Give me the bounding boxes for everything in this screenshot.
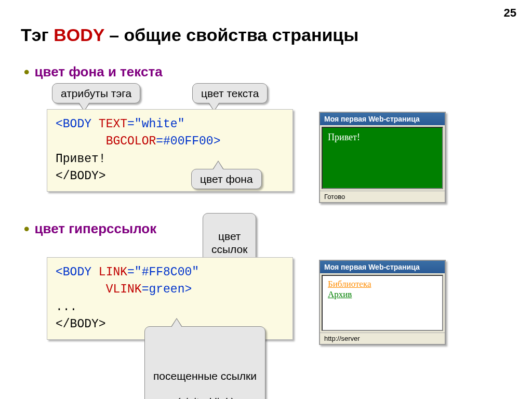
code2-link-attr: LINK	[99, 265, 127, 279]
code1-open: <BODY	[56, 117, 99, 131]
bullet-1-label: цвет фона и текста	[35, 64, 163, 79]
bullet-dot-icon: •	[24, 63, 30, 81]
code2-dots: ...	[56, 299, 284, 316]
bullet-hyperlinks: •цвет гиперссылок	[24, 220, 156, 238]
bullet-2-label: цвет гиперссылок	[35, 221, 157, 236]
browser-window-2: Моя первая Web-страница Библиотека Архив…	[319, 260, 446, 345]
callout-linkcolor-label: цвет ссылок	[211, 230, 247, 255]
callout-bgcolor-label: цвет фона	[200, 173, 253, 185]
bullet-dot-icon-2: •	[24, 220, 30, 237]
callout-textcolor-label: цвет текста	[201, 87, 259, 99]
code1-indent	[56, 135, 106, 148]
window-1-content: Привет!	[322, 127, 443, 189]
callout-visited-label: посещенные ссылки	[153, 370, 257, 382]
code1-bg-attr: BGCOLOR	[106, 135, 156, 148]
code1-text-val: ="white"	[127, 117, 184, 131]
title-pre: Тэг	[21, 25, 54, 45]
window-2-link-archive[interactable]: Архив	[328, 289, 352, 299]
code2-vlink-val: =green>	[142, 283, 192, 296]
callout-bgcolor: цвет фона	[191, 169, 262, 189]
window-2-content: Библиотека Архив	[322, 275, 443, 331]
browser-window-1: Моя первая Web-страница Привет! Готово	[319, 112, 446, 203]
window-2-link-library[interactable]: Библиотека	[328, 279, 371, 289]
slide-title: Тэг BODY – общие свойства страницы	[21, 25, 358, 45]
code2-indent	[56, 283, 106, 296]
window-1-status: Готово	[320, 191, 445, 202]
code2-link-val: ="#FF8C00"	[127, 265, 199, 279]
bullet-bg-text: •цвет фона и текста	[24, 63, 163, 81]
callout-textcolor: цвет текста	[192, 83, 268, 103]
title-keyword: BODY	[54, 25, 104, 45]
callout-visited-en: (visited link)	[176, 396, 234, 399]
window-1-titlebar: Моя первая Web-страница	[320, 113, 445, 125]
code2-open: <BODY	[56, 265, 99, 279]
callout-attributes-label: атрибуты тэга	[61, 87, 131, 99]
window-2-titlebar: Моя первая Web-страница	[320, 261, 445, 273]
code1-greeting: Привет!	[56, 151, 284, 168]
code1-text-attr: TEXT	[99, 117, 127, 131]
code2-vlink-attr: VLINK	[106, 283, 142, 296]
window-2-status: http://server	[320, 332, 445, 344]
callout-visited: посещенные ссылки (visited link)	[144, 326, 265, 399]
code2-line-1: <BODY LINK="#FF8C00"	[56, 264, 284, 281]
page-number: 25	[504, 6, 516, 20]
code-line-1: <BODY TEXT="white"	[56, 116, 284, 133]
callout-attributes: атрибуты тэга	[52, 83, 140, 103]
code2-line-2: VLINK=green>	[56, 281, 284, 298]
code-line-2: BGCOLOR=#00FF00>	[56, 133, 284, 150]
title-post: – общие свойства страницы	[104, 25, 359, 45]
window-1-text: Привет!	[328, 132, 360, 142]
code1-bg-val: =#00FF00>	[156, 135, 220, 148]
